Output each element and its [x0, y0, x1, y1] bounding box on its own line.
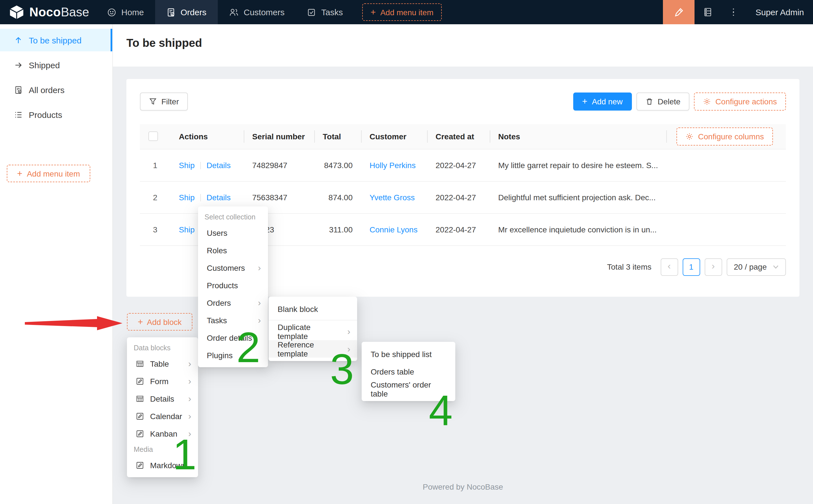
chevron-right-icon: ›: [184, 411, 191, 421]
customers-people-icon: [229, 8, 239, 17]
table-icon: [136, 360, 144, 367]
chevron-right-icon: ›: [253, 263, 261, 272]
action-divider: [200, 162, 201, 169]
details-link[interactable]: Details: [206, 193, 231, 202]
filter-funnel-icon: [149, 98, 157, 105]
form-icon: [136, 430, 144, 437]
user-menu[interactable]: Super Admin: [746, 0, 813, 24]
menu-item-label: Customers: [207, 263, 245, 272]
header-checkbox-cell: [140, 124, 170, 149]
menu-item-to-be-shipped-list[interactable]: To be shipped list: [362, 345, 455, 363]
customer-link[interactable]: Yvette Gross: [370, 193, 415, 202]
menu-item-duplicate-template[interactable]: Duplicate template›: [269, 323, 357, 340]
menu-item-label: Orders table: [371, 367, 414, 376]
arrow-up-icon: [14, 36, 23, 44]
column-header-customer: Customer: [361, 124, 427, 149]
chevron-right-icon: ›: [712, 261, 715, 272]
ship-link[interactable]: Ship: [179, 160, 195, 170]
step-number-3: 3: [330, 348, 354, 391]
menu-item-label: Users: [207, 228, 227, 237]
plus-icon: +: [17, 169, 22, 178]
step-number-1: 1: [173, 433, 197, 476]
configure-actions-button[interactable]: Configure actions: [694, 93, 786, 111]
list-icon: [14, 110, 23, 119]
row-total: 874.00: [314, 181, 361, 213]
menu-item-orders[interactable]: Orders›: [198, 294, 268, 311]
menu-item-label: Plugins: [207, 351, 233, 360]
column-header-notes: Notes: [490, 124, 666, 149]
orders-file-icon: [166, 8, 175, 17]
column-header-total: Total: [314, 124, 361, 149]
menu-item-calendar[interactable]: Calendar ›: [127, 407, 198, 425]
collections-database-button[interactable]: [695, 0, 720, 24]
ship-link[interactable]: Ship: [179, 193, 195, 202]
sidebar-add-menu-item-button[interactable]: + Add menu item: [7, 165, 90, 182]
ship-link[interactable]: Ship: [179, 225, 195, 234]
row-customer: Holly Perkins: [361, 149, 427, 181]
plus-icon: +: [138, 317, 143, 326]
nav-item-orders[interactable]: Orders: [155, 0, 218, 24]
select-all-checkbox[interactable]: [148, 132, 158, 141]
chevron-right-icon: ›: [343, 327, 350, 336]
nav-item-home[interactable]: Home: [96, 0, 155, 24]
page-size-select[interactable]: 20 / page: [726, 258, 786, 276]
form-icon: [136, 412, 144, 420]
page-title: To be shipped: [113, 24, 813, 50]
customer-link[interactable]: Connie Lyons: [370, 225, 418, 234]
menu-item-table[interactable]: Table ›: [127, 355, 198, 372]
delete-label: Delete: [658, 97, 680, 106]
menu-item-blank-block[interactable]: Blank block: [269, 300, 357, 318]
pagination-next-button[interactable]: ›: [704, 258, 722, 276]
filter-button[interactable]: Filter: [140, 93, 188, 111]
menu-item-users[interactable]: Users: [198, 224, 268, 241]
chevron-right-icon: ›: [184, 394, 191, 403]
row-notes: Delightful met sufficient projection ask…: [490, 181, 666, 213]
navbar-add-menu-item-button[interactable]: + Add menu item: [362, 3, 442, 21]
powered-by-footer: Powered by NocoBase: [113, 482, 813, 491]
menu-item-orders-table[interactable]: Orders table: [362, 363, 455, 380]
action-divider: [200, 194, 201, 201]
nav-item-label: Home: [121, 7, 144, 17]
more-options-button[interactable]: [720, 0, 746, 24]
ui-editor-button[interactable]: [663, 0, 695, 24]
brand-text: NocoBase: [29, 5, 89, 19]
menu-item-customers[interactable]: Customers›: [198, 259, 268, 276]
menu-group-label: Select collection: [198, 210, 268, 224]
menu-item-form[interactable]: Form ›: [127, 372, 198, 390]
add-new-label: Add new: [592, 97, 623, 106]
add-block-button[interactable]: + Add block: [127, 313, 192, 331]
customer-link[interactable]: Holly Perkins: [370, 160, 416, 170]
trash-icon: [645, 98, 653, 105]
sidebar-item-products[interactable]: Products: [0, 103, 112, 126]
nav-item-label: Orders: [181, 7, 206, 17]
pagination-total: Total 3 items: [607, 262, 651, 271]
table-toolbar: Filter + Add new Delete: [140, 93, 786, 111]
sidebar-item-to-be-shipped[interactable]: To be shipped: [0, 29, 112, 51]
pagination-page-1[interactable]: 1: [682, 258, 700, 276]
menu-item-label: Table: [150, 359, 169, 368]
sidebar-item-shipped[interactable]: Shipped: [0, 54, 112, 76]
menu-item-roles[interactable]: Roles: [198, 241, 268, 259]
details-link[interactable]: Details: [206, 160, 231, 170]
top-navbar: NocoBase Home: [0, 0, 813, 24]
vertical-ellipsis-icon: [733, 8, 734, 16]
menu-item-products[interactable]: Products: [198, 276, 268, 294]
menu-group-label: Data blocks: [127, 341, 198, 355]
delete-button[interactable]: Delete: [636, 93, 689, 111]
page-size-value: 20 / page: [734, 262, 767, 271]
nav-item-tasks[interactable]: Tasks: [296, 0, 354, 24]
sidebar-item-label: All orders: [29, 85, 65, 94]
nocobase-logo[interactable]: NocoBase: [0, 0, 96, 24]
add-new-button[interactable]: + Add new: [573, 93, 632, 111]
sidebar-item-label: Products: [29, 110, 62, 119]
filter-label: Filter: [161, 97, 179, 106]
cube-logo-icon: [9, 5, 24, 20]
sidebar-item-all-orders[interactable]: All orders: [0, 78, 112, 101]
menu-item-details[interactable]: Details ›: [127, 390, 198, 407]
chevron-right-icon: ›: [184, 359, 191, 368]
table-header-row: Actions Serial number Total Customer Cre…: [140, 124, 786, 149]
nav-item-customers[interactable]: Customers: [218, 0, 296, 24]
gear-icon: [703, 98, 711, 105]
pagination-prev-button[interactable]: ‹: [660, 258, 678, 276]
configure-columns-button[interactable]: Configure columns: [677, 127, 773, 146]
